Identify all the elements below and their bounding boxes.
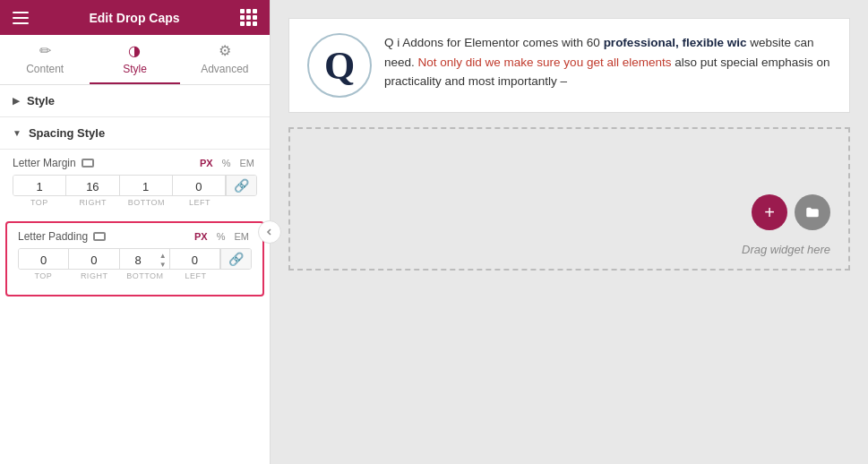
margin-unit-px[interactable]: PX [197, 157, 216, 169]
margin-top-input[interactable] [13, 176, 65, 195]
link-icon: 🔗 [234, 178, 249, 193]
empty-widget-area[interactable]: + Drag widget here [288, 127, 850, 271]
padding-link-icon: 🔗 [228, 252, 244, 266]
style-section-label: Style [27, 94, 55, 107]
hamburger-menu-icon[interactable] [13, 12, 29, 24]
content-tab-icon: ✏ [39, 42, 51, 59]
bold-text-1: professional, flexible wic [604, 36, 747, 49]
tab-style-label: Style [123, 63, 147, 75]
padding-unit-percent[interactable]: % [214, 230, 228, 243]
drag-text: Drag widget here [742, 243, 830, 256]
padding-right-input[interactable] [69, 249, 118, 269]
canvas-area: Q Q i Addons for Elementor comes with 60… [271, 0, 868, 464]
folder-button[interactable] [795, 194, 830, 230]
add-icon: + [764, 202, 775, 223]
padding-top-label: TOP [18, 271, 69, 280]
fab-button-group: + [752, 194, 830, 230]
spacing-style-header[interactable]: ▼ Spacing Style [0, 117, 270, 150]
advanced-tab-icon: ⚙ [219, 42, 231, 59]
tab-advanced-label: Advanced [201, 63, 248, 75]
padding-top-cell [19, 249, 69, 269]
margin-left-cell [173, 176, 226, 195]
padding-bottom-down[interactable]: ▼ [158, 261, 168, 270]
margin-top-label: TOP [13, 198, 66, 207]
padding-top-input[interactable] [19, 249, 68, 269]
style-tab-icon: ◑ [128, 42, 141, 59]
margin-left-label: LEFT [173, 198, 227, 207]
padding-bottom-up[interactable]: ▲ [158, 252, 168, 261]
margin-right-cell [66, 176, 119, 195]
panel-collapse-button[interactable] [258, 220, 281, 244]
margin-unit-em[interactable]: EM [237, 157, 258, 169]
responsive-icon [82, 159, 94, 168]
padding-bottom-label: BOTTOM [120, 271, 171, 280]
tab-bar: ✏ Content ◑ Style ⚙ Advanced [0, 35, 270, 85]
dropcap-paragraph: Q i Addons for Elementor comes with 60 p… [384, 33, 831, 91]
padding-right-label: RIGHT [69, 271, 120, 280]
margin-unit-percent[interactable]: % [219, 157, 234, 169]
padding-right-cell [69, 249, 119, 269]
margin-bottom-input[interactable] [120, 176, 172, 195]
margin-bottom-cell [120, 176, 173, 195]
panel-body: ▶ Style ▼ Spacing Style Letter Margin PX… [0, 85, 270, 464]
padding-left-label: LEFT [170, 271, 221, 280]
padding-left-cell [170, 249, 220, 269]
grid-apps-icon[interactable] [240, 9, 257, 26]
padding-link-toggle[interactable]: 🔗 [220, 249, 251, 269]
left-panel: Edit Drop Caps ✏ Content ◑ Style ⚙ Advan… [0, 0, 271, 464]
padding-left-input[interactable] [170, 249, 219, 269]
margin-right-input[interactable] [66, 176, 118, 195]
dropcap-widget: Q Q i Addons for Elementor comes with 60… [288, 18, 850, 113]
padding-bottom-cell: ▲ ▼ [120, 249, 170, 269]
tab-content[interactable]: ✏ Content [0, 35, 90, 84]
spacing-style-label: Spacing Style [29, 126, 105, 140]
margin-right-label: RIGHT [66, 198, 120, 207]
add-widget-button[interactable]: + [752, 194, 787, 230]
drop-cap-letter: Q [307, 33, 372, 98]
margin-bottom-label: BOTTOM [120, 198, 174, 207]
margin-inputs: 🔗 [13, 175, 257, 196]
padding-inputs: ▲ ▼ 🔗 [18, 248, 252, 270]
panel-header: Edit Drop Caps [0, 0, 270, 35]
letter-margin-control: Letter Margin PX % EM [0, 150, 270, 221]
letter-margin-label: Letter Margin [13, 157, 76, 169]
padding-bottom-spinner: ▲ ▼ [158, 252, 168, 270]
style-section-arrow: ▶ [13, 96, 20, 106]
letter-padding-label: Letter Padding [18, 230, 88, 243]
spacing-arrow-icon: ▼ [13, 128, 21, 138]
letter-padding-control: Letter Padding PX % EM [5, 221, 264, 296]
folder-icon [804, 204, 821, 220]
tab-content-label: Content [26, 63, 64, 75]
margin-left-input[interactable] [173, 176, 225, 195]
section-style-header[interactable]: ▶ Style [0, 85, 270, 117]
padding-unit-px[interactable]: PX [192, 230, 211, 243]
panel-title: Edit Drop Caps [89, 11, 179, 25]
margin-link-toggle[interactable]: 🔗 [226, 176, 256, 195]
margin-top-cell [13, 176, 66, 195]
tab-advanced[interactable]: ⚙ Advanced [180, 35, 270, 84]
dropcap-text-content: Q i Addons for Elementor comes with 60 p… [384, 36, 830, 88]
colored-text-1: Not only did we make sure you get all el… [418, 56, 672, 69]
tab-style[interactable]: ◑ Style [90, 35, 179, 84]
padding-unit-em[interactable]: EM [232, 230, 253, 243]
padding-responsive-icon [93, 232, 106, 241]
